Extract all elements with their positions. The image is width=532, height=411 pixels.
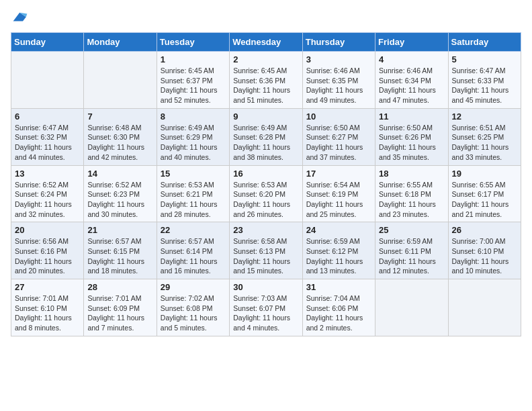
sunrise-text: Sunrise: 6:50 AM (379, 124, 433, 132)
day-number: 2 (233, 54, 298, 64)
calendar-cell: 24Sunrise: 6:59 AMSunset: 6:12 PMDayligh… (302, 222, 375, 279)
sunset-text: Sunset: 6:08 PM (161, 304, 213, 312)
calendar-cell: 3Sunrise: 6:46 AMSunset: 6:35 PMDaylight… (302, 52, 375, 109)
calendar-table: SundayMondayTuesdayWednesdayThursdayFrid… (11, 32, 521, 336)
daylight-text: Daylight: 11 hours and 38 minutes. (233, 143, 290, 161)
day-info: Sunrise: 6:47 AMSunset: 6:32 PMDaylight:… (15, 123, 80, 163)
day-info: Sunrise: 7:01 AMSunset: 6:10 PMDaylight:… (15, 293, 80, 333)
calendar-cell: 18Sunrise: 6:55 AMSunset: 6:18 PMDayligh… (375, 165, 448, 222)
sunset-text: Sunset: 6:23 PM (87, 190, 140, 198)
day-number: 23 (233, 225, 298, 235)
calendar-cell (11, 52, 84, 109)
day-number: 7 (87, 111, 152, 122)
daylight-text: Daylight: 11 hours and 7 minutes. (87, 314, 144, 332)
day-info: Sunrise: 7:02 AMSunset: 6:08 PMDaylight:… (161, 293, 226, 333)
day-number: 1 (161, 54, 226, 64)
sunrise-text: Sunrise: 6:55 AM (452, 181, 506, 189)
calendar-cell: 7Sunrise: 6:48 AMSunset: 6:30 PMDaylight… (84, 108, 157, 165)
day-info: Sunrise: 6:56 AMSunset: 6:16 PMDaylight:… (15, 236, 80, 276)
daylight-text: Daylight: 11 hours and 2 minutes. (306, 314, 363, 332)
day-number: 9 (233, 111, 298, 122)
calendar-cell: 12Sunrise: 6:51 AMSunset: 6:25 PMDayligh… (448, 108, 521, 165)
daylight-text: Daylight: 11 hours and 26 minutes. (233, 200, 290, 218)
sunrise-text: Sunrise: 6:51 AM (452, 124, 506, 132)
day-number: 5 (452, 54, 517, 64)
weekday-header-saturday: Saturday (448, 33, 521, 52)
daylight-text: Daylight: 11 hours and 13 minutes. (306, 257, 363, 275)
day-info: Sunrise: 6:55 AMSunset: 6:17 PMDaylight:… (452, 180, 517, 220)
daylight-text: Daylight: 11 hours and 42 minutes. (87, 143, 144, 161)
sunrise-text: Sunrise: 6:54 AM (306, 181, 360, 189)
day-info: Sunrise: 6:45 AMSunset: 6:37 PMDaylight:… (161, 66, 226, 105)
daylight-text: Daylight: 11 hours and 23 minutes. (379, 200, 436, 218)
calendar-cell: 29Sunrise: 7:02 AMSunset: 6:08 PMDayligh… (157, 279, 229, 336)
sunrise-text: Sunrise: 6:46 AM (379, 66, 433, 75)
calendar-cell (448, 279, 521, 336)
sunset-text: Sunset: 6:29 PM (161, 133, 213, 141)
sunrise-text: Sunrise: 6:46 AM (306, 66, 360, 75)
day-number: 26 (452, 225, 517, 235)
calendar-cell: 2Sunrise: 6:45 AMSunset: 6:36 PMDaylight… (230, 52, 302, 109)
daylight-text: Daylight: 11 hours and 25 minutes. (306, 200, 363, 218)
calendar-cell: 25Sunrise: 6:59 AMSunset: 6:11 PMDayligh… (375, 222, 448, 279)
day-info: Sunrise: 6:48 AMSunset: 6:30 PMDaylight:… (87, 123, 152, 163)
sunrise-text: Sunrise: 6:57 AM (161, 237, 214, 245)
day-number: 16 (233, 169, 298, 179)
sunrise-text: Sunrise: 6:47 AM (452, 66, 506, 75)
day-info: Sunrise: 6:49 AMSunset: 6:29 PMDaylight:… (161, 123, 226, 163)
calendar-cell: 23Sunrise: 6:58 AMSunset: 6:13 PMDayligh… (230, 222, 302, 279)
day-info: Sunrise: 6:52 AMSunset: 6:24 PMDaylight:… (15, 180, 80, 220)
day-number: 22 (161, 225, 226, 235)
daylight-text: Daylight: 11 hours and 47 minutes. (379, 86, 436, 104)
calendar-cell (375, 279, 448, 336)
day-number: 27 (15, 282, 80, 292)
day-number: 31 (306, 282, 371, 292)
daylight-text: Daylight: 11 hours and 20 minutes. (15, 257, 72, 275)
sunset-text: Sunset: 6:25 PM (452, 133, 504, 141)
page-header (11, 11, 521, 24)
sunset-text: Sunset: 6:19 PM (306, 190, 359, 198)
calendar-cell: 21Sunrise: 6:57 AMSunset: 6:15 PMDayligh… (84, 222, 157, 279)
logo (11, 11, 28, 24)
daylight-text: Daylight: 11 hours and 5 minutes. (161, 314, 218, 332)
sunset-text: Sunset: 6:12 PM (306, 247, 359, 255)
week-row-4: 20Sunrise: 6:56 AMSunset: 6:16 PMDayligh… (11, 222, 521, 279)
day-info: Sunrise: 6:47 AMSunset: 6:33 PMDaylight:… (452, 66, 517, 105)
calendar-cell: 19Sunrise: 6:55 AMSunset: 6:17 PMDayligh… (448, 165, 521, 222)
day-number: 3 (306, 54, 371, 64)
daylight-text: Daylight: 11 hours and 8 minutes. (15, 314, 72, 332)
day-number: 13 (15, 169, 80, 179)
day-info: Sunrise: 6:53 AMSunset: 6:20 PMDaylight:… (233, 180, 298, 220)
calendar-cell: 14Sunrise: 6:52 AMSunset: 6:23 PMDayligh… (84, 165, 157, 222)
day-info: Sunrise: 6:45 AMSunset: 6:36 PMDaylight:… (233, 66, 298, 105)
weekday-header-wednesday: Wednesday (230, 33, 302, 52)
sunrise-text: Sunrise: 6:58 AM (233, 237, 287, 245)
sunset-text: Sunset: 6:18 PM (379, 190, 431, 198)
calendar-cell: 27Sunrise: 7:01 AMSunset: 6:10 PMDayligh… (11, 279, 84, 336)
daylight-text: Daylight: 11 hours and 44 minutes. (15, 143, 72, 161)
sunrise-text: Sunrise: 6:55 AM (379, 181, 433, 189)
calendar-cell: 9Sunrise: 6:49 AMSunset: 6:28 PMDaylight… (230, 108, 302, 165)
sunset-text: Sunset: 6:26 PM (379, 133, 431, 141)
day-info: Sunrise: 6:59 AMSunset: 6:11 PMDaylight:… (379, 236, 444, 276)
calendar-cell: 13Sunrise: 6:52 AMSunset: 6:24 PMDayligh… (11, 165, 84, 222)
day-info: Sunrise: 7:01 AMSunset: 6:09 PMDaylight:… (87, 293, 152, 333)
calendar-cell: 20Sunrise: 6:56 AMSunset: 6:16 PMDayligh… (11, 222, 84, 279)
sunset-text: Sunset: 6:11 PM (379, 247, 431, 255)
calendar-cell: 6Sunrise: 6:47 AMSunset: 6:32 PMDaylight… (11, 108, 84, 165)
day-number: 29 (161, 282, 226, 292)
day-number: 4 (379, 54, 444, 64)
sunrise-text: Sunrise: 6:45 AM (161, 66, 214, 75)
sunset-text: Sunset: 6:17 PM (452, 190, 504, 198)
calendar-cell: 30Sunrise: 7:03 AMSunset: 6:07 PMDayligh… (230, 279, 302, 336)
daylight-text: Daylight: 11 hours and 49 minutes. (306, 86, 363, 104)
week-row-5: 27Sunrise: 7:01 AMSunset: 6:10 PMDayligh… (11, 279, 521, 336)
daylight-text: Daylight: 11 hours and 33 minutes. (452, 143, 509, 161)
sunset-text: Sunset: 6:35 PM (306, 77, 359, 85)
calendar-cell: 16Sunrise: 6:53 AMSunset: 6:20 PMDayligh… (230, 165, 302, 222)
sunset-text: Sunset: 6:07 PM (233, 304, 285, 312)
calendar-cell: 28Sunrise: 7:01 AMSunset: 6:09 PMDayligh… (84, 279, 157, 336)
day-number: 28 (87, 282, 152, 292)
day-info: Sunrise: 7:04 AMSunset: 6:06 PMDaylight:… (306, 293, 371, 333)
daylight-text: Daylight: 11 hours and 30 minutes. (87, 200, 144, 218)
